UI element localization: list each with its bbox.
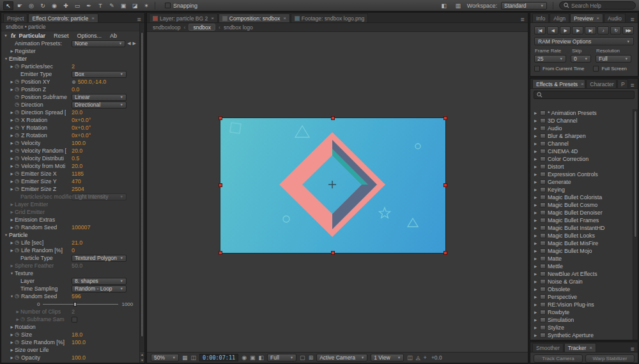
expand-icon[interactable]: ▶: [9, 241, 15, 245]
viewer-tab-composition-sndbox[interactable]: Composition: sndbox×: [219, 13, 290, 22]
selection-tool[interactable]: ↖: [3, 1, 13, 10]
category-3d-channel[interactable]: ▶3D Channel: [530, 117, 632, 125]
category-simulation[interactable]: ▶Simulation: [530, 316, 632, 324]
selection-handle[interactable]: [219, 116, 222, 120]
track-camera-button[interactable]: Track Camera: [534, 354, 583, 363]
effects-search-box[interactable]: [534, 91, 635, 99]
property-value[interactable]: 2: [72, 308, 75, 315]
panel-tab-preview[interactable]: Preview×: [570, 13, 603, 22]
expand-icon[interactable]: ▶: [9, 156, 15, 160]
viewer-tab-layer-particle-bg-2[interactable]: Layer: particle BG 2×: [149, 13, 218, 22]
property-value[interactable]: 0x+0.0°: [72, 125, 91, 131]
stopwatch-icon[interactable]: ◷: [15, 133, 21, 138]
audio-button[interactable]: ♪: [597, 26, 609, 34]
time-sampling-select[interactable]: Random - Loop▼: [72, 285, 127, 292]
emitter-type-select[interactable]: Box▼: [72, 71, 127, 78]
property-value[interactable]: 100.0: [72, 339, 86, 345]
collapse-icon[interactable]: ▼: [3, 233, 9, 237]
property-value[interactable]: 0.0: [72, 86, 79, 93]
search-help-box[interactable]: [559, 1, 636, 10]
expand-icon[interactable]: ▶: [9, 187, 15, 191]
category-expression-controls[interactable]: ▶Expression Controls: [530, 171, 632, 178]
play-button[interactable]: ▶: [560, 26, 571, 34]
expand-icon[interactable]: ▶: [533, 234, 538, 238]
expand-icon[interactable]: ▶: [533, 249, 538, 253]
loop-button[interactable]: ↻: [610, 26, 622, 34]
expand-icon[interactable]: ▶: [533, 149, 538, 153]
stopwatch-icon[interactable]: ◷: [15, 125, 21, 130]
category-stylize[interactable]: ▶Stylize: [530, 324, 632, 331]
property-value[interactable]: 2: [72, 63, 75, 70]
expand-icon[interactable]: ▶: [9, 172, 15, 176]
panel-tab-project[interactable]: Project: [3, 13, 27, 22]
expand-icon[interactable]: ▶: [533, 180, 538, 184]
ram-preview-button[interactable]: ▶▶: [622, 26, 634, 34]
snapping-checkbox[interactable]: [165, 3, 171, 8]
collapse-icon[interactable]: ▼: [4, 34, 8, 38]
scrollbar-thumb[interactable]: [141, 32, 144, 337]
property-value[interactable]: 18.0: [72, 331, 82, 338]
stopwatch-icon[interactable]: ◷: [20, 317, 27, 322]
property-value[interactable]: 470: [72, 178, 81, 185]
stopwatch-icon[interactable]: ◷: [15, 332, 21, 337]
breadcrumb-sndbox[interactable]: sndbox: [189, 24, 215, 31]
breadcrumb-sndboxloop[interactable]: sndboxloop: [153, 24, 180, 31]
category-audio[interactable]: ▶Audio: [530, 125, 632, 132]
frame-rate-select[interactable]: 25▼: [534, 55, 566, 63]
expand-icon[interactable]: ▶: [9, 149, 15, 153]
first-frame-button[interactable]: |◀: [534, 26, 546, 34]
category-perspective[interactable]: ▶Perspective: [530, 293, 632, 301]
effects-search-input[interactable]: [545, 92, 631, 98]
expand-icon[interactable]: ▶: [15, 317, 20, 321]
effect-controls-scrollbar[interactable]: ▲ ▼: [139, 23, 144, 363]
eraser-tool[interactable]: ◪: [130, 1, 140, 10]
pixel-aspect-correction-icon[interactable]: ◫: [407, 354, 413, 361]
clone-stamp-tool[interactable]: ▣: [118, 1, 128, 10]
stopwatch-icon[interactable]: ◷: [15, 340, 21, 345]
unified-camera-tool[interactable]: ◉: [49, 1, 59, 10]
panel-tab-effects-presets[interactable]: Effects & Presets×: [532, 79, 585, 88]
property-value[interactable]: 20.0: [72, 163, 82, 169]
category-distort[interactable]: ▶Distort: [530, 163, 632, 171]
stopwatch-icon[interactable]: ◷: [15, 118, 21, 123]
expand-icon[interactable]: ▶: [9, 225, 15, 229]
collapse-icon[interactable]: ▼: [3, 57, 9, 61]
panel-tab-character[interactable]: Character: [586, 79, 617, 88]
particles-sec-modifier-select[interactable]: Light Intensity▼: [72, 193, 127, 201]
category-re-vision-plug-ins[interactable]: ▶RE:Vision Plug-ins: [530, 301, 632, 308]
brush-tool[interactable]: ✎: [107, 1, 117, 10]
layer-select[interactable]: 8. shapes▼: [72, 278, 127, 285]
scroll-up-icon[interactable]: ▲: [140, 351, 144, 357]
expand-icon[interactable]: ▶: [533, 142, 538, 146]
expand-icon[interactable]: ▶: [533, 310, 538, 314]
category-animation-presets[interactable]: ▶* Animation Presets: [530, 109, 632, 117]
expand-icon[interactable]: ▶: [9, 202, 15, 206]
stopwatch-icon[interactable]: ◷: [15, 156, 21, 161]
stopwatch-icon[interactable]: ◷: [15, 64, 21, 69]
toolbar-misc-icon-1[interactable]: ◧: [439, 1, 449, 10]
resolution-menu[interactable]: Full▼: [267, 354, 296, 361]
shape-tool[interactable]: ▭: [72, 1, 82, 10]
selection-handle[interactable]: [219, 251, 222, 255]
expand-icon[interactable]: ▶: [9, 248, 15, 252]
stopwatch-icon[interactable]: ◷: [15, 79, 21, 84]
category-channel[interactable]: ▶Channel: [530, 140, 632, 148]
category-color-correction[interactable]: ▶Color Correction: [530, 155, 632, 163]
stopwatch-icon[interactable]: ◷: [15, 148, 21, 153]
viewer-tab-footage-sndbox-logo-png[interactable]: Footage: sndbox logo.png: [291, 13, 368, 22]
category-noise-grain[interactable]: ▶Noise & Grain: [530, 278, 632, 285]
property-value[interactable]: 20.0: [72, 148, 82, 154]
expand-icon[interactable]: ▶: [533, 318, 538, 322]
expand-icon[interactable]: ▶: [533, 326, 538, 330]
category-magic-bullet-misfire[interactable]: ▶Magic Bullet MisFire: [530, 239, 632, 247]
close-icon[interactable]: ×: [283, 15, 286, 21]
stopwatch-icon[interactable]: ◷: [15, 87, 21, 92]
expand-icon[interactable]: ▶: [9, 87, 15, 91]
view-layout-menu[interactable]: 1 View▼: [371, 354, 404, 361]
expand-icon[interactable]: ▶: [533, 111, 538, 115]
previous-preset-icon[interactable]: ◀: [127, 41, 130, 46]
property-value[interactable]: 50.0: [72, 262, 82, 269]
expand-icon[interactable]: ▶: [533, 157, 538, 161]
category-magic-bullet-frames[interactable]: ▶Magic Bullet Frames: [530, 216, 632, 224]
search-help-input[interactable]: [571, 3, 631, 9]
